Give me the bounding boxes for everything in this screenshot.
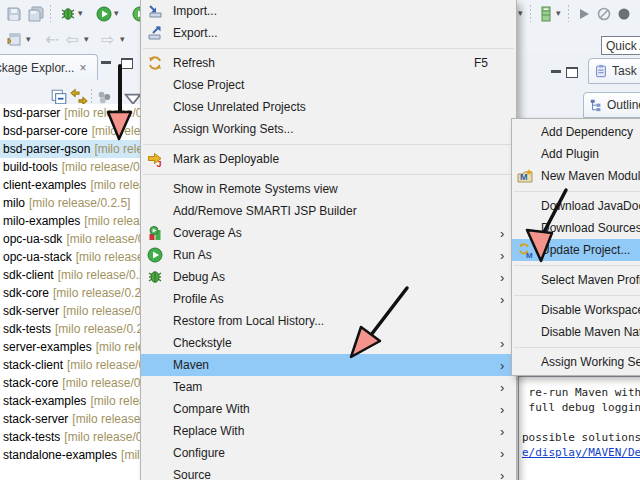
tab-outline[interactable]: Outline	[583, 92, 640, 118]
menu-item-show-in-remote-systems-view[interactable]: Show in Remote Systems view	[141, 178, 516, 200]
menu-item-source[interactable]: Source›	[141, 464, 516, 480]
run-icon[interactable]	[94, 4, 114, 24]
debug-dropdown-icon[interactable]: ▾	[78, 8, 83, 18]
menu-item-coverage-as[interactable]: Coverage As›	[141, 222, 516, 244]
submenu-arrow-icon: ›	[500, 468, 516, 480]
menu-item-label: Download JavaDoc	[541, 199, 640, 213]
tree-row[interactable]: standalone-examples[milo release/0.2.5]	[0, 446, 140, 464]
project-decorator: [milo release/0.2.5]	[63, 304, 140, 318]
menu-item-download-sources[interactable]: Download Sources	[512, 217, 640, 239]
minimize-right-stack-button[interactable]	[551, 70, 561, 73]
forward-icon[interactable]: ⇨	[98, 29, 118, 49]
tree-row[interactable]: milo-examples[milo release/0.2.5]	[0, 212, 140, 230]
menu-item-close-unrelated-projects[interactable]: Close Unrelated Projects	[141, 96, 516, 118]
console-line: re-run Maven with	[522, 385, 640, 400]
menu-item-debug-as[interactable]: Debug As›	[141, 266, 516, 288]
console-link[interactable]: e/display/MAVEN/De	[522, 445, 640, 460]
back-history-icon[interactable]: ⇠	[42, 29, 62, 49]
menu-item-run-as[interactable]: Run As›	[141, 244, 516, 266]
menu-item-download-javadoc[interactable]: Download JavaDoc	[512, 195, 640, 217]
menu-item-replace-with[interactable]: Replace With›	[141, 420, 516, 442]
menu-item-close-project[interactable]: Close Project	[141, 74, 516, 96]
menu-item-checkstyle[interactable]: Checkstyle›	[141, 332, 516, 354]
server-dropdown-icon[interactable]: ▾	[556, 8, 561, 18]
tree-row[interactable]: sdk-core[milo release/0.2.5]	[0, 284, 140, 302]
tree-row[interactable]: sdk-tests[milo release/0.2.5]	[0, 320, 140, 338]
menu-item-export[interactable]: Export...	[141, 22, 516, 44]
project-name: bsd-parser-gson	[3, 142, 90, 156]
menu-item-disable-workspace-resolution[interactable]: Disable Workspace Resolution	[512, 299, 640, 321]
server-icon[interactable]	[536, 4, 556, 24]
menu-item-add-remove-smarti-jsp-builder[interactable]: Add/Remove SMARTI JSP Builder	[141, 200, 516, 222]
back-icon[interactable]: ⇦	[62, 29, 82, 49]
tree-row[interactable]: server-examples[milo release/0.2.5]	[0, 338, 140, 356]
tree-row[interactable]: stack-core[milo release/0.2.5]	[0, 374, 140, 392]
project-decorator: [milo release/0.2.5]	[64, 430, 140, 444]
menu-item-select-maven-profiles[interactable]: Select Maven Profiles...	[512, 269, 640, 291]
menu-item-compare-with[interactable]: Compare With›	[141, 398, 516, 420]
menu-item-label: New Maven Module Project	[541, 169, 640, 183]
menu-item-refresh[interactable]: RefreshF5	[141, 52, 516, 74]
menu-item-import[interactable]: Import...	[141, 0, 516, 22]
tree-row[interactable]: stack-tests[milo release/0.2.5]	[0, 428, 140, 446]
back-dropdown-icon[interactable]: ▾	[84, 34, 89, 44]
last-edit-location-icon[interactable]	[4, 29, 24, 49]
maven-console-output: re-run Maven with full debug logging pos…	[518, 376, 640, 480]
tree-row[interactable]: sdk-server[milo release/0.2.5]	[0, 302, 140, 320]
console-line: possible solutions	[522, 430, 640, 445]
run-icon	[146, 247, 164, 263]
terminate-icon[interactable]	[614, 4, 634, 24]
tree-row[interactable]: opc-ua-sdk[milo release/0.2.5]	[0, 230, 140, 248]
tab-package-explorer[interactable]: Package Explor... ×	[0, 54, 98, 80]
dropdown-icon[interactable]: ▾	[518, 8, 523, 18]
close-icon[interactable]: ×	[79, 61, 86, 75]
resume-icon[interactable]	[574, 4, 594, 24]
menu-item-configure[interactable]: Configure›	[141, 442, 516, 464]
menu-separator	[512, 261, 640, 269]
minimize-view-button[interactable]	[101, 61, 111, 64]
menu-item-profile-as[interactable]: Profile As›	[141, 288, 516, 310]
debug-icon[interactable]	[58, 4, 78, 24]
run-dropdown-icon[interactable]: ▾	[114, 8, 119, 18]
tree-row[interactable]: stack-examples[milo release/0.2.5]	[0, 392, 140, 410]
project-decorator: [milo release/0.2.5]	[67, 358, 140, 372]
tree-row[interactable]: milo[milo release/0.2.5]	[0, 194, 140, 212]
skip-breakpoints-icon[interactable]	[594, 4, 614, 24]
forward-dropdown-icon[interactable]: ▾	[120, 34, 125, 44]
menu-item-label: Refresh	[173, 56, 474, 70]
quick-access-input[interactable]: Quick Access	[601, 36, 640, 55]
save-all-icon[interactable]	[26, 4, 46, 24]
menu-item-add-dependency[interactable]: Add Dependency	[512, 121, 640, 143]
tree-row[interactable]: sdk-client[milo release/0.2.5]	[0, 266, 140, 284]
menu-item-restore-from-local-history[interactable]: Restore from Local History...	[141, 310, 516, 332]
tree-row[interactable]: stack-server[milo release/0.2.5]	[0, 410, 140, 428]
console-line: full debug logging	[522, 400, 640, 415]
tree-row[interactable]: build-tools[milo release/0.2.5]	[0, 158, 140, 176]
export-icon	[146, 25, 164, 41]
tree-row[interactable]: stack-client[milo release/0.2.5]	[0, 356, 140, 374]
tree-row[interactable]: opc-ua-stack[milo release/0.2.5]	[0, 248, 140, 266]
maximize-right-stack-button[interactable]	[566, 67, 578, 78]
menu-item-mark-as-deployable[interactable]: JMark as Deployable	[141, 148, 516, 170]
tab-label: Outline	[607, 98, 640, 112]
menu-item-label: Add/Remove SMARTI JSP Builder	[173, 204, 500, 218]
menu-item-disable-maven-nature[interactable]: Disable Maven Nature	[512, 321, 640, 343]
menu-item-update-project[interactable]: MUpdate Project...	[512, 239, 640, 261]
project-decorator: [milo release/0.2.5]	[55, 322, 140, 336]
menu-separator	[512, 187, 640, 195]
menu-item-team[interactable]: Team›	[141, 376, 516, 398]
menu-item-maven[interactable]: Maven›	[141, 354, 516, 376]
tree-row[interactable]: bsd-parser-core[milo release/0.2.5]	[0, 122, 140, 140]
edit-location-dropdown-icon[interactable]: ▾	[26, 34, 31, 44]
tab-task-list[interactable]: Task List	[588, 58, 640, 84]
menu-item-assign-working-sets[interactable]: Assign Working Sets...	[512, 351, 640, 373]
save-icon[interactable]	[4, 4, 24, 24]
menu-item-label: Close Unrelated Projects	[173, 100, 500, 114]
tree-row[interactable]: bsd-parser[milo release/0.2.5]	[0, 104, 140, 122]
maximize-view-button[interactable]	[121, 58, 133, 69]
menu-item-assign-working-sets[interactable]: Assign Working Sets...	[141, 118, 516, 140]
menu-item-new-maven-module-project[interactable]: MNew Maven Module Project	[512, 165, 640, 187]
tree-row[interactable]: client-examples[milo release/0.2.5]	[0, 176, 140, 194]
tree-row[interactable]: bsd-parser-gson[milo release/0.2.5]	[0, 140, 140, 158]
menu-item-add-plugin[interactable]: Add Plugin	[512, 143, 640, 165]
